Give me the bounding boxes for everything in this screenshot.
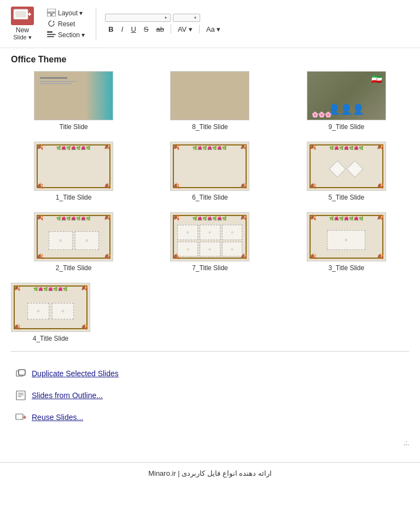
deco-corner-tr-4: 🍂 [81,285,88,291]
slide-label-2: 9_Title Slide [329,123,365,131]
duplicate-slides-item[interactable]: Duplicate Selected Slides [11,363,409,384]
bold-button[interactable]: B [105,24,116,34]
italic-button[interactable]: I [118,24,127,34]
slides-outline-item[interactable]: Slides from Outline... [11,384,409,406]
reuse-slides-item[interactable]: Reuse Slides... [11,406,409,428]
svg-marker-7 [52,21,55,22]
deco-corner-tl-6: 🍂 [173,144,179,150]
reset-label: Reset [58,20,75,28]
new-slide-icon [11,7,34,25]
slides-grid-row3: 🌿🌺🌿🌺🌿🌺🌿 🍂 🍂 🍂 🍂 ⊕ ⊕ 2_Title Slide 🌿🌺🌿🌺🌿🌺… [11,212,409,272]
slide-label-4: 6_Title Slide [192,194,228,201]
slide-item-8[interactable]: 8_Title Slide [147,71,272,131]
deco-corner-bl-4: 🍂 [14,324,20,330]
slide-item-1[interactable]: 🌿🌺🌿🌺🌿🌺🌿 🍂 🍂 🍂 🍂 1_Title Slide [11,142,136,201]
layout-icon [47,9,56,18]
deco-corner-bl-1: 🍂 [37,183,43,189]
reuse-icon [15,412,26,423]
new-slide-button[interactable]: New Slide ▾ [7,4,38,43]
underline-button[interactable]: U [127,24,139,34]
slide-label-6: 2_Title Slide [56,264,92,272]
footer-text: ارائه دهنده انواع فایل کاربردی | Minaro.… [148,469,272,477]
deco-top-4: 🌿🌺🌿🌺🌿🌺🌿 [11,284,90,294]
formatting-area: ▾ ▾ B I U S ab AV ▾ Aa ▾ [105,14,224,34]
outline-label: Slides from Outline... [32,391,103,400]
svg-rect-10 [47,36,54,37]
deco-top-7: 🌿🌺🌿🌺🌿🌺🌿 [171,214,249,224]
slide-label-9: 4_Title Slide [33,335,69,342]
slide-thumb-6: 🌿🌺🌿🌺🌿🌺🌿 🍂 🍂 🍂 🍂 [170,142,249,191]
slide-thumb-3: 🌿🌺🌿🌺🌿🌺🌿 🍂 🍂 🍂 🍂 ⊕ [307,212,386,261]
slide-item-title[interactable]: Title Slide [11,71,136,131]
slide-label-8: 3_Title Slide [329,264,365,272]
slide-label-1: 8_Title Slide [192,123,228,131]
deco-corner-bl-5: 🍂 [310,183,316,189]
deco-corner-tl-4: 🍂 [14,285,20,291]
slide-thumb-5: 🌿🌺🌿🌺🌿🌺🌿 🍂 🍂 🍂 🍂 [307,142,386,191]
deco-corner-tr-1: 🍂 [104,144,110,150]
slide-item-6[interactable]: 🌿🌺🌿🌺🌿🌺🌿 🍂 🍂 🍂 🍂 6_Title Slide [147,142,272,201]
svg-rect-4 [47,9,56,12]
slide-thumb-8 [170,71,249,120]
slide-item-5[interactable]: 🌿🌺🌿🌺🌿🌺🌿 🍂 🍂 🍂 🍂 5_Title Slide [284,142,409,201]
slides-grid-row4: 🌿🌺🌿🌺🌿🌺🌿 🍂 🍂 🍂 🍂 ⊕ ⊕ 4_Title Slide [11,283,409,342]
svg-rect-1 [15,11,26,18]
deco-top-3: 🌿🌺🌿🌺🌿🌺🌿 [307,214,386,224]
deco-top-6: 🌿🌺🌿🌺🌿🌺🌿 [171,143,249,153]
section-label: Section ▾ [58,31,85,39]
reset-button[interactable]: Reset [45,19,87,29]
layout-button[interactable]: Layout ▾ [45,8,87,18]
deco-top-1: 🌿🌺🌿🌺🌿🌺🌿 [34,143,113,153]
strikethrough-button[interactable]: S [141,24,152,34]
deco-corner-tl-2: 🍂 [37,214,43,220]
deco-corner-tl-5: 🍂 [310,144,316,150]
svg-rect-18 [16,414,23,419]
slide-thumb-4: 🌿🌺🌿🌺🌿🌺🌿 🍂 🍂 🍂 🍂 ⊕ ⊕ [11,283,90,332]
toolbar-commands: Layout ▾ Reset Section ▾ [45,8,87,40]
svg-rect-12 [19,370,25,375]
reset-icon [47,20,56,28]
section-button[interactable]: Section ▾ [45,30,87,40]
main-content: Office Theme Title Slide 8_Title Slide [0,48,420,437]
svg-rect-5 [47,13,51,16]
new-label: New [16,26,29,34]
font-family-selector[interactable]: ▾ [105,14,171,22]
bottom-dots: .:. [0,437,420,451]
av-button[interactable]: AV ▾ [174,24,196,34]
format-divider [171,25,171,33]
slide-label-0: Title Slide [60,123,88,131]
slide-thumb-2: 🌿🌺🌿🌺🌿🌺🌿 🍂 🍂 🍂 🍂 ⊕ ⊕ [34,212,113,261]
deco-corner-br-2: 🍂 [104,253,110,259]
strikethrough2-button[interactable]: ab [153,24,167,34]
deco-corner-bl-3: 🍂 [310,253,316,259]
slide-item-4[interactable]: 🌿🌺🌿🌺🌿🌺🌿 🍂 🍂 🍂 🍂 ⊕ ⊕ 4_Title Slide [11,283,90,342]
deco-corner-br-1: 🍂 [104,183,110,189]
format-divider2 [199,25,200,33]
toolbar-separator [96,8,96,40]
section-title: Office Theme [11,55,409,65]
deco-corner-bl-6: 🍂 [173,183,179,189]
slide-item-9[interactable]: 🇮🇷 👤👤👤 🌸🌸🌸 9_Title Slide [284,71,409,131]
slides-grid-row2: 🌿🌺🌿🌺🌿🌺🌿 🍂 🍂 🍂 🍂 1_Title Slide 🌿🌺🌿🌺🌿🌺🌿 🍂 … [11,142,409,201]
svg-rect-6 [52,13,56,16]
duplicate-icon [15,368,26,379]
font-size-selector[interactable]: ▾ [173,14,200,22]
svg-rect-3 [29,13,30,16]
deco-corner-br-6: 🍂 [240,183,247,189]
slide-item-3[interactable]: 🌿🌺🌿🌺🌿🌺🌿 🍂 🍂 🍂 🍂 ⊕ 3_Title Slide [284,212,409,272]
slide-thumb-9: 🇮🇷 👤👤👤 🌸🌸🌸 [307,71,386,120]
slide-item-7[interactable]: 🌿🌺🌿🌺🌿🌺🌿 🍂 🍂 🍂 🍂 ⊕ ⊕ ⊕ ⊕ ⊕ ⊕ 7_Title Slid… [147,212,272,272]
deco-corner-tl-3: 🍂 [310,214,316,220]
slide-label-3: 1_Title Slide [56,194,92,201]
aa-button[interactable]: Aa ▾ [203,24,224,34]
deco-corner-tl-1: 🍂 [37,144,43,150]
deco-corner-br-4: 🍂 [81,324,88,330]
deco-corner-bl-2: 🍂 [37,253,43,259]
font-family-chevron: ▾ [165,15,167,20]
divider [11,351,409,352]
slide-item-2[interactable]: 🌿🌺🌿🌺🌿🌺🌿 🍂 🍂 🍂 🍂 ⊕ ⊕ 2_Title Slide [11,212,136,272]
svg-rect-8 [47,31,52,33]
deco-corner-tr-2: 🍂 [104,214,110,220]
slides-grid-row1: Title Slide 8_Title Slide 🇮🇷 👤👤👤 🌸🌸🌸 9_T… [11,71,409,131]
font-size-chevron: ▾ [194,15,196,20]
